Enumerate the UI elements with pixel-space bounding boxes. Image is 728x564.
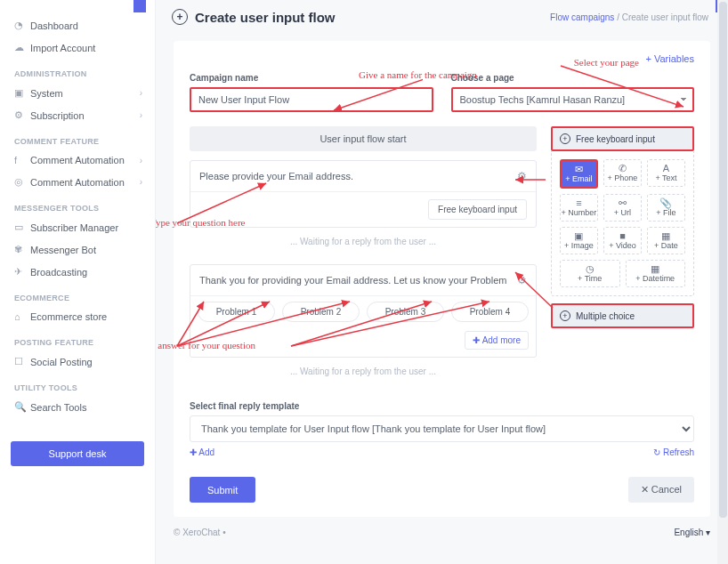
kb-video-button[interactable]: ■+ Video <box>603 227 642 254</box>
final-reply-select[interactable]: Thank you template for User Input flow [… <box>190 415 694 442</box>
chevron-right-icon: › <box>140 110 142 120</box>
nav-broadcasting[interactable]: ✈Broadcasting <box>0 261 155 283</box>
group-administration: ADMINISTRATION <box>0 59 155 82</box>
kb-time-button[interactable]: ◷+ Time <box>560 260 620 287</box>
add-template-link[interactable]: ✚ Add <box>190 447 214 457</box>
date-icon: ▦ <box>648 231 684 241</box>
main-content: + Create user input flow Flow campaigns … <box>156 0 728 564</box>
breadcrumb-link[interactable]: Flow campaigns <box>550 12 614 22</box>
sidebar: ◔ Dashboard ☁ Import Account ADMINISTRAT… <box>0 0 156 564</box>
system-icon: ▣ <box>14 87 30 99</box>
chevron-right-icon: › <box>140 156 142 165</box>
kb-email-button[interactable]: ✉+ Email <box>560 159 598 189</box>
page-header: + Create user input flow Flow campaigns … <box>156 0 728 34</box>
flow-block-1: Please provide your Email address. ⚙ Fre… <box>190 160 537 228</box>
free-keyboard-head[interactable]: +Free keyboard input <box>551 126 694 151</box>
nav-label: Dashboard <box>30 20 142 31</box>
scrollbar-thumb[interactable] <box>719 2 727 518</box>
language-selector[interactable]: English ▾ <box>674 528 710 537</box>
kb-phone-button[interactable]: ✆+ Phone <box>603 159 642 187</box>
page-select[interactable] <box>451 87 695 112</box>
plus-circle-icon: + <box>560 310 570 321</box>
nav-subscriber[interactable]: ▭Subscriber Manager <box>0 216 155 238</box>
nav-subscription[interactable]: ⚙Subscription› <box>0 104 155 126</box>
cloud-icon: ☁ <box>14 42 30 53</box>
nav-search-tools[interactable]: 🔍Search Tools <box>0 396 155 418</box>
problem-chip[interactable]: Problem 4 <box>451 302 529 322</box>
page-title: Create user input flow <box>195 10 550 25</box>
add-more-button[interactable]: ✚ Add more <box>465 331 529 350</box>
problem-chip[interactable]: Problem 1 <box>198 302 275 322</box>
posting-icon: ☐ <box>14 356 30 367</box>
nav-import[interactable]: ☁ Import Account <box>0 36 155 59</box>
flow-start-banner: User input flow start <box>190 126 537 151</box>
dashboard-icon: ◔ <box>14 20 30 31</box>
image-icon: ▣ <box>561 231 597 241</box>
variables-link[interactable]: + Variables <box>645 53 694 64</box>
email-icon: ✉ <box>562 165 596 174</box>
page-select-label: Choose a page <box>451 73 695 83</box>
annotation-page: Select your page <box>574 57 639 68</box>
facebook-icon: f <box>14 155 30 165</box>
final-reply-label: Select final reply template <box>190 401 694 411</box>
plus-circle-icon: + <box>172 9 188 25</box>
url-icon: ⚯ <box>604 198 641 208</box>
datetime-icon: ▦ <box>627 264 685 274</box>
video-icon: ■ <box>604 231 641 241</box>
group-posting: POSTING FEATURE <box>0 327 155 350</box>
nav-ecommerce[interactable]: ⌂Ecommerce store <box>0 306 155 327</box>
brand-square <box>0 0 155 14</box>
form-card: + Variables Give a name for the campaign… <box>174 41 710 517</box>
group-messenger: MESSENGER TOOLS <box>0 193 155 216</box>
group-comment: COMMENT FEATURE <box>0 126 155 149</box>
bot-icon: ✾ <box>14 244 30 255</box>
question-2-text[interactable]: Thank you for providing your Email addre… <box>199 275 517 286</box>
group-ecommerce: ECOMMERCE <box>0 283 155 306</box>
problem-chip[interactable]: Problem 3 <box>367 302 444 322</box>
store-icon: ⌂ <box>14 311 30 322</box>
broadcast-icon: ✈ <box>14 266 30 278</box>
reply-type-badge: Free keyboard input <box>428 199 527 220</box>
gear-icon: ⚙ <box>14 109 30 121</box>
campaign-name-label: Campaign name <box>190 73 433 83</box>
kb-url-button[interactable]: ⚯+ Url <box>603 194 642 222</box>
number-icon: ≡ <box>561 198 597 208</box>
kb-datetime-button[interactable]: ▦+ Datetime <box>626 260 686 287</box>
kb-date-button[interactable]: ▦+ Date <box>647 227 685 254</box>
support-desk-button[interactable]: Support desk <box>11 441 144 466</box>
file-icon: 📎 <box>648 198 684 208</box>
group-utility: UTILITY TOOLS <box>0 373 155 396</box>
nav-system[interactable]: ▣System› <box>0 82 155 104</box>
problem-chip[interactable]: Problem 2 <box>282 302 360 322</box>
subscriber-icon: ▭ <box>14 222 30 233</box>
kb-image-button[interactable]: ▣+ Image <box>560 227 598 254</box>
search-icon: 🔍 <box>14 401 30 413</box>
submit-button[interactable]: Submit <box>190 477 255 503</box>
phone-icon: ✆ <box>604 164 641 173</box>
nav-comment-auto-1[interactable]: fComment Automation› <box>0 149 155 171</box>
refresh-link[interactable]: ↻ Refresh <box>653 447 694 457</box>
chevron-right-icon: › <box>140 177 142 187</box>
settings-icon[interactable]: ⚙ <box>517 170 527 182</box>
instagram-icon: ◎ <box>14 176 30 188</box>
nav-bot[interactable]: ✾Messenger Bot <box>0 238 155 261</box>
breadcrumb: Flow campaigns / Create user input flow <box>550 12 708 22</box>
multiple-choice-head[interactable]: +Multiple choice <box>551 303 694 328</box>
nav-top: ◔ Dashboard ☁ Import Account <box>0 14 155 59</box>
waiting-text: ... Waiting for a reply from the user ..… <box>190 358 537 385</box>
waiting-text: ... Waiting for a reply from the user ..… <box>190 228 537 255</box>
settings-icon[interactable]: ⚙ <box>517 274 527 286</box>
kb-file-button[interactable]: 📎+ File <box>647 194 685 222</box>
nav-dashboard[interactable]: ◔ Dashboard <box>0 14 155 36</box>
text-icon: A <box>648 164 684 173</box>
cancel-button[interactable]: ✕ Cancel <box>628 477 694 503</box>
nav-social-posting[interactable]: ☐Social Posting <box>0 350 155 373</box>
question-1-text[interactable]: Please provide your Email address. <box>199 171 517 181</box>
nav-comment-auto-2[interactable]: ◎Comment Automation› <box>0 171 155 193</box>
campaign-name-input[interactable] <box>190 87 433 112</box>
kb-number-button[interactable]: ≡+ Number <box>560 194 598 222</box>
copyright: © XeroChat • <box>174 528 226 537</box>
kb-text-button[interactable]: A+ Text <box>647 159 685 187</box>
chevron-right-icon: › <box>140 88 142 98</box>
vertical-scrollbar[interactable] <box>717 0 728 564</box>
